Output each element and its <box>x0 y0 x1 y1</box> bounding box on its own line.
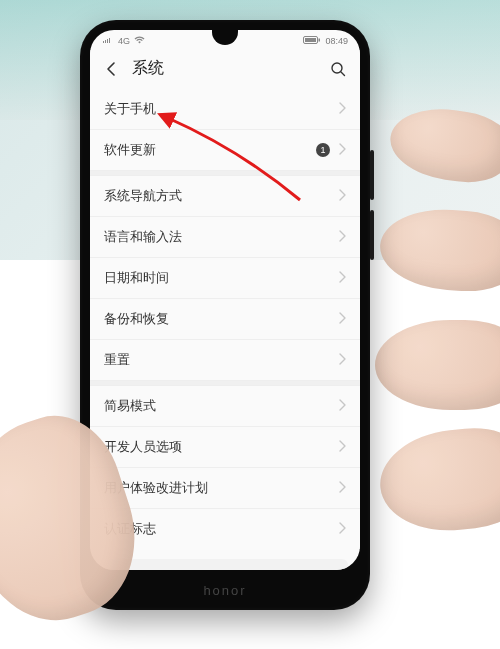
chevron-right-icon <box>338 187 346 205</box>
clock-label: 08:49 <box>325 36 348 46</box>
svg-rect-1 <box>319 39 321 42</box>
volume-up-button <box>370 150 374 200</box>
item-label: 日期和时间 <box>104 270 169 287</box>
signal-icon <box>102 36 114 46</box>
brand-logo: honor <box>80 570 370 610</box>
wifi-icon <box>134 36 145 46</box>
chevron-right-icon <box>338 438 346 456</box>
settings-item-simple-mode[interactable]: 简易模式 <box>90 386 360 427</box>
page-title: 系统 <box>132 58 318 79</box>
settings-item-certification[interactable]: 认证标志 <box>90 509 360 549</box>
item-label: 开发人员选项 <box>104 439 182 456</box>
network-label: 4G <box>118 36 130 46</box>
svg-point-3 <box>332 63 342 73</box>
settings-item-system-navigation[interactable]: 系统导航方式 <box>90 176 360 217</box>
item-label: 软件更新 <box>104 142 156 159</box>
volume-down-button <box>370 210 374 260</box>
search-button[interactable] <box>328 59 348 79</box>
settings-item-date-time[interactable]: 日期和时间 <box>90 258 360 299</box>
item-right <box>338 310 346 328</box>
settings-item-about-phone[interactable]: 关于手机 <box>90 89 360 130</box>
settings-item-software-update[interactable]: 软件更新1 <box>90 130 360 170</box>
search-icon <box>330 61 346 77</box>
settings-item-reset[interactable]: 重置 <box>90 340 360 380</box>
item-right <box>338 228 346 246</box>
settings-item-developer-options[interactable]: 开发人员选项 <box>90 427 360 468</box>
chevron-right-icon <box>338 141 346 159</box>
item-label: 备份和恢复 <box>104 311 169 328</box>
item-label: 用户体验改进计划 <box>104 480 208 497</box>
battery-icon <box>303 36 321 46</box>
item-right <box>338 269 346 287</box>
settings-item-user-experience[interactable]: 用户体验改进计划 <box>90 468 360 509</box>
phone-screen: 4G 08:49 系统 <box>90 30 360 570</box>
chevron-right-icon <box>338 479 346 497</box>
item-right <box>338 187 346 205</box>
chevron-right-icon <box>338 397 346 415</box>
arrow-left-icon <box>104 61 120 77</box>
item-label: 认证标志 <box>104 521 156 538</box>
chevron-right-icon <box>338 351 346 369</box>
item-right <box>338 100 346 118</box>
settings-item-language-input[interactable]: 语言和输入法 <box>90 217 360 258</box>
item-right <box>338 479 346 497</box>
page-header: 系统 <box>90 50 360 89</box>
chevron-right-icon <box>338 520 346 538</box>
item-label: 关于手机 <box>104 101 156 118</box>
settings-list: 关于手机软件更新1系统导航方式语言和输入法日期和时间备份和恢复重置简易模式开发人… <box>90 89 360 549</box>
notification-badge: 1 <box>316 143 330 157</box>
item-right <box>338 520 346 538</box>
svg-rect-2 <box>305 38 316 42</box>
item-right <box>338 438 346 456</box>
chevron-right-icon <box>338 100 346 118</box>
back-button[interactable] <box>102 59 122 79</box>
chevron-right-icon <box>338 310 346 328</box>
item-label: 简易模式 <box>104 398 156 415</box>
suggestion-box: 是否在寻找其他设置项？ 无障碍 <box>102 559 348 570</box>
item-label: 重置 <box>104 352 130 369</box>
item-label: 语言和输入法 <box>104 229 182 246</box>
phone-frame: 4G 08:49 系统 <box>80 20 370 610</box>
item-right <box>338 397 346 415</box>
settings-item-backup-restore[interactable]: 备份和恢复 <box>90 299 360 340</box>
chevron-right-icon <box>338 228 346 246</box>
item-label: 系统导航方式 <box>104 188 182 205</box>
item-right: 1 <box>316 141 346 159</box>
item-right <box>338 351 346 369</box>
chevron-right-icon <box>338 269 346 287</box>
